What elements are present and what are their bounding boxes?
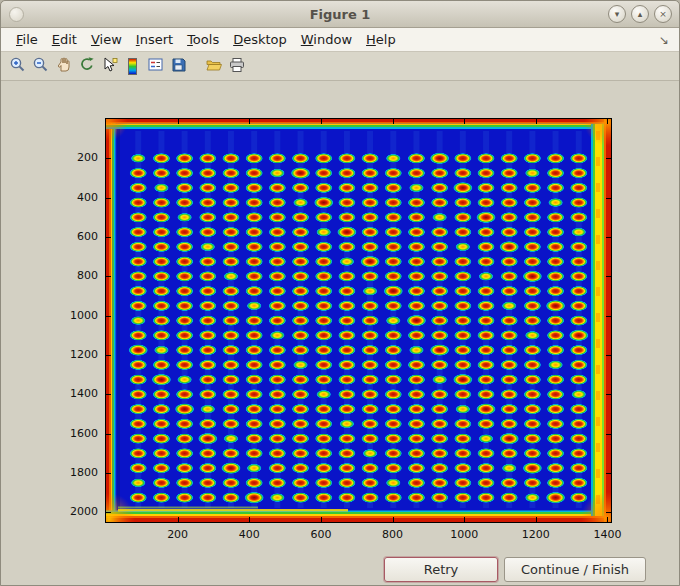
legend-icon [147, 56, 165, 77]
printer-icon [228, 56, 246, 77]
toolbar-separator [190, 54, 202, 78]
x-tick-label: 200 [154, 528, 202, 541]
window-menu-button[interactable] [9, 7, 24, 22]
titlebar[interactable]: Figure 1 ▾ ▴ × [1, 1, 679, 28]
menu-view[interactable]: View [84, 30, 129, 49]
hand-icon [55, 56, 73, 77]
close-button[interactable]: × [654, 5, 672, 23]
y-tick-label: 2000 [56, 505, 98, 518]
y-tick-label: 1800 [56, 466, 98, 479]
rotate-3d-icon [78, 56, 96, 77]
y-tick-label: 800 [56, 269, 98, 282]
y-tick-label: 400 [56, 191, 98, 204]
x-tick-label: 1000 [440, 528, 488, 541]
close-icon: × [659, 10, 667, 19]
continue-finish-button[interactable]: Continue / Finish [504, 557, 646, 582]
open-file-button[interactable] [202, 54, 225, 78]
toolbar [1, 52, 679, 81]
minimize-button[interactable]: ▾ [608, 5, 626, 23]
zoom-in-icon [9, 56, 27, 77]
menu-desktop[interactable]: Desktop [226, 30, 294, 49]
window-title: Figure 1 [1, 7, 679, 22]
insert-colorbar-button[interactable] [121, 54, 144, 78]
pan-button[interactable] [52, 54, 75, 78]
rotate-3d-button[interactable] [75, 54, 98, 78]
menu-insert[interactable]: Insert [129, 30, 180, 49]
chevron-up-icon: ▴ [638, 10, 643, 19]
data-cursor-button[interactable] [98, 54, 121, 78]
maximize-button[interactable]: ▴ [631, 5, 649, 23]
menu-overflow-icon[interactable]: ↘ [659, 33, 671, 47]
x-tick-label: 1200 [512, 528, 560, 541]
insert-legend-button[interactable] [144, 54, 167, 78]
zoom-in-button[interactable] [6, 54, 29, 78]
x-tick-label: 1400 [583, 528, 631, 541]
colorbar-icon [128, 58, 137, 75]
x-tick-label: 800 [369, 528, 417, 541]
window-controls: ▾ ▴ × [608, 5, 672, 23]
y-tick-label: 200 [56, 151, 98, 164]
y-tick-label: 1200 [56, 348, 98, 361]
chevron-down-icon: ▾ [615, 10, 620, 19]
menu-window[interactable]: Window [294, 30, 359, 49]
y-tick-label: 1400 [56, 387, 98, 400]
print-figure-button[interactable] [225, 54, 248, 78]
zoom-out-button[interactable] [29, 54, 52, 78]
y-tick-label: 1000 [56, 309, 98, 322]
y-tick-label: 600 [56, 230, 98, 243]
figure-window: Figure 1 ▾ ▴ × File Edit View Insert Too… [0, 0, 680, 586]
zoom-out-icon [32, 56, 50, 77]
retry-button[interactable]: Retry [384, 557, 498, 582]
x-tick-label: 400 [225, 528, 273, 541]
menu-help[interactable]: Help [359, 30, 403, 49]
open-folder-icon [205, 56, 223, 77]
menubar: File Edit View Insert Tools Desktop Wind… [1, 28, 679, 52]
figure-canvas-area: 2004006008001000120014001600180020002004… [1, 81, 679, 585]
menu-file[interactable]: File [9, 30, 45, 49]
data-cursor-icon [101, 56, 119, 77]
heatmap-plot-image[interactable] [105, 118, 612, 523]
save-icon [170, 56, 188, 77]
menu-tools[interactable]: Tools [180, 30, 226, 49]
y-tick-label: 1600 [56, 427, 98, 440]
x-tick-label: 600 [297, 528, 345, 541]
menu-edit[interactable]: Edit [45, 30, 84, 49]
save-figure-button[interactable] [167, 54, 190, 78]
